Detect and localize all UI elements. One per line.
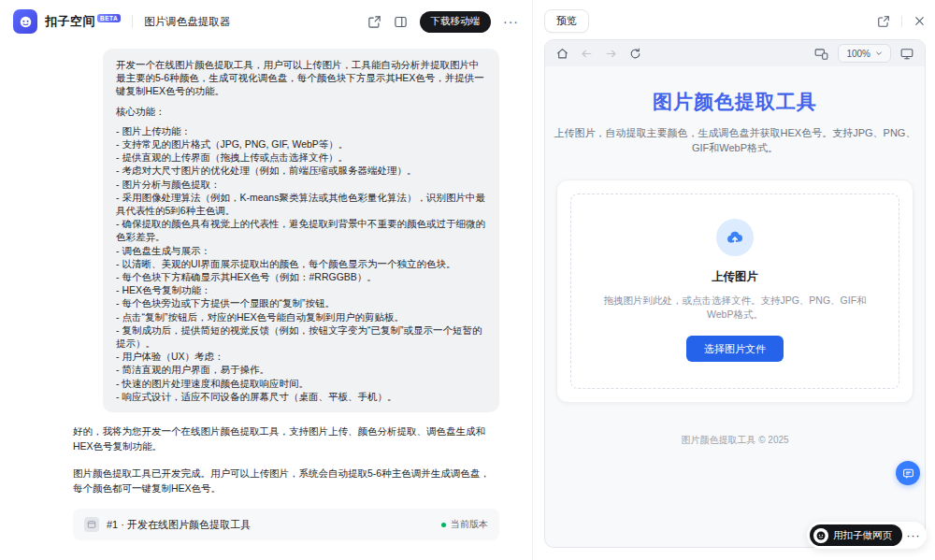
select-file-button[interactable]: 选择图片文件 — [686, 336, 784, 362]
preview-page: 图片颜色提取工具 上传图片，自动提取主要颜色，生成调色盘并获取HEX色号。支持J… — [545, 66, 925, 547]
artifact-icon — [84, 517, 99, 532]
user-message-line: - 复制成功后，提供简短的视觉反馈（例如，按钮文字变为“已复制”或显示一个短暂的… — [116, 323, 486, 350]
current-version-text: 当前版本 — [451, 518, 488, 531]
brand-text: 扣子空间 — [45, 14, 95, 28]
page-footer: 图片颜色提取工具 © 2025 — [681, 434, 788, 447]
beta-badge: BETA — [97, 14, 121, 22]
close-icon — [913, 15, 926, 27]
assistant-paragraph: 好的，我将为您开发一个在线图片颜色提取工具，支持图片上传、颜色分析提取、调色盘生… — [73, 424, 499, 453]
devices-icon — [814, 48, 828, 60]
user-message-line: - 用户体验（UX）考虑： — [116, 350, 486, 363]
refresh-icon — [629, 48, 641, 60]
share-icon — [877, 15, 890, 28]
coze-badge-wrap: 用扣子做网页 ··· — [807, 522, 927, 549]
brand-name: 扣子空间BETA — [45, 13, 121, 30]
cloud-upload-icon — [726, 228, 744, 247]
ellipsis-icon: ··· — [503, 15, 519, 28]
page-title: 图片颜色提取工具 — [653, 89, 817, 115]
badge-more-button[interactable]: ··· — [902, 529, 925, 542]
share-button[interactable] — [367, 15, 381, 29]
home-icon — [556, 48, 568, 60]
user-message-line: - 确保提取的颜色具有视觉上的代表性，避免提取到背景中不重要的颜色或过于细微的色… — [116, 217, 486, 243]
preview-panel: 预览 — [533, 0, 935, 560]
made-with-coze-button[interactable]: 用扣子做网页 — [810, 524, 902, 546]
user-message-line — [116, 98, 486, 105]
left-header: 扣子空间BETA 图片调色盘提取器 下载移动端 ··· — [0, 0, 532, 43]
doc-title: 图片调色盘提取器 — [144, 15, 230, 29]
assistant-paragraph: 图片颜色提取工具已开发完成。用户可以上传图片，系统会自动提取5-6种主色调并生成… — [73, 467, 499, 495]
refresh-button[interactable] — [629, 48, 641, 60]
preview-header: 预览 — [544, 9, 926, 33]
preview-share-button[interactable] — [877, 15, 890, 28]
user-message-line: 开发一个在线图片颜色提取工具，用户可以上传图片，工具能自动分析并提取图片中最主要… — [116, 58, 486, 98]
header-actions: 下载移动端 ··· — [367, 11, 520, 33]
upload-heading: 上传图片 — [712, 269, 758, 285]
download-mobile-button[interactable]: 下载移动端 — [420, 11, 492, 33]
user-message-lines: 开发一个在线图片颜色提取工具，用户可以上传图片，工具能自动分析并提取图片中最主要… — [116, 58, 486, 403]
user-message-bubble: 开发一个在线图片颜色提取工具，用户可以上传图片，工具能自动分析并提取图片中最主要… — [103, 49, 499, 412]
coze-logo-icon — [813, 528, 828, 543]
browser-toolbar: 100% — [545, 40, 925, 66]
user-message-line: - 每个色块旁边或下方提供一个显眼的“复制”按钮。 — [116, 296, 486, 309]
user-message-line: - 简洁直观的用户界面，易于操作。 — [116, 363, 486, 376]
user-message-line: - 支持常见的图片格式（JPG, PNG, GIF, WebP等）。 — [116, 137, 486, 151]
user-message-line: - 图片分析与颜色提取： — [116, 178, 486, 191]
app-window: 扣子空间BETA 图片调色盘提取器 下载移动端 ··· — [0, 0, 935, 560]
user-message-line — [116, 118, 486, 124]
browser-preview-frame: 100% 图片颜色提取工具 上传图片，自动提取主要颜色，生成调色盘并获取HEX色… — [544, 39, 926, 548]
upload-dropzone[interactable]: 上传图片 拖拽图片到此处，或点击选择文件。支持JPG、PNG、GIF和WebP格… — [570, 194, 899, 389]
user-message-line: - 考虑对大尺寸图片的优化处理（例如，前端压缩或服务器端处理）。 — [116, 164, 486, 177]
assistant-message: 好的，我将为您开发一个在线图片颜色提取工具，支持图片上传、颜色分析提取、调色盘生… — [73, 424, 499, 495]
arrow-right-icon — [605, 48, 617, 60]
user-message-line: - 图片上传功能： — [116, 124, 486, 137]
external-display-icon — [900, 48, 913, 60]
coze-badge-label: 用扣子做网页 — [833, 529, 892, 542]
preview-actions — [877, 15, 926, 28]
current-version-dot — [441, 523, 446, 527]
feedback-chat-button[interactable] — [896, 461, 920, 485]
responsive-mode-button[interactable] — [814, 48, 828, 60]
user-message-line: - 以清晰、美观的UI界面展示提取出的颜色，每个颜色显示为一个独立的色块。 — [116, 257, 486, 270]
arrow-left-icon — [581, 48, 593, 60]
fullscreen-button[interactable] — [900, 48, 913, 60]
share-icon — [367, 15, 381, 29]
split-panel-icon — [394, 15, 408, 29]
home-button[interactable] — [556, 48, 568, 60]
version-status: 当前版本 — [441, 518, 488, 531]
more-menu-button[interactable]: ··· — [503, 15, 519, 28]
user-message-line: - 调色盘生成与展示： — [116, 244, 486, 257]
actions-divider — [901, 16, 902, 27]
chat-panel: 扣子空间BETA 图片调色盘提取器 下载移动端 ··· — [0, 0, 533, 560]
upload-card: 上传图片 拖拽图片到此处，或点击选择文件。支持JPG、PNG、GIF和WebP格… — [556, 179, 913, 403]
code-window-icon — [87, 520, 96, 529]
coze-space-logo[interactable] — [13, 9, 37, 34]
tab-preview[interactable]: 预览 — [544, 9, 589, 33]
coze-face-icon — [18, 14, 34, 30]
close-preview-button[interactable] — [913, 15, 926, 27]
toggle-panel-button[interactable] — [394, 15, 408, 29]
back-button[interactable] — [581, 48, 593, 60]
user-message-line: - HEX色号复制功能： — [116, 283, 486, 296]
forward-button[interactable] — [605, 48, 617, 60]
user-message-line: 核心功能： — [116, 105, 486, 118]
user-message-line: - 每个色块下方精确显示其HEX色号（例如：#RRGGBB）。 — [116, 270, 486, 283]
header-divider — [132, 15, 133, 28]
chevron-down-icon — [875, 50, 883, 57]
upload-description: 拖拽图片到此处，或点击选择文件。支持JPG、PNG、GIF和WebP格式。 — [594, 294, 876, 322]
upload-icon-circle — [716, 219, 754, 256]
zoom-select[interactable]: 100% — [838, 44, 891, 63]
assistant-paragraphs: 好的，我将为您开发一个在线图片颜色提取工具，支持图片上传、颜色分析提取、调色盘生… — [73, 424, 499, 495]
user-message-line: - 响应式设计，适应不同设备的屏幕尺寸（桌面、平板、手机）。 — [116, 390, 486, 403]
user-message-line: - 采用图像处理算法（例如，K-means聚类算法或其他色彩量化算法），识别图片… — [116, 191, 486, 217]
user-message-line: - 点击“复制”按钮后，对应的HEX色号能自动复制到用户的剪贴板。 — [116, 310, 486, 323]
page-subtitle: 上传图片，自动提取主要颜色，生成调色盘并获取HEX色号。支持JPG、PNG、GI… — [554, 125, 916, 155]
zoom-level: 100% — [846, 49, 870, 59]
chat-bubble-icon — [902, 467, 914, 480]
user-message-line: - 快速的图片处理速度和颜色提取响应时间。 — [116, 377, 486, 390]
version-label: #1 · 开发在线图片颜色提取工具 — [107, 518, 251, 532]
toolbar-right: 100% — [814, 44, 913, 63]
version-card[interactable]: #1 · 开发在线图片颜色提取工具 当前版本 — [73, 509, 499, 540]
chat-scroll-area[interactable]: 开发一个在线图片颜色提取工具，用户可以上传图片，工具能自动分析并提取图片中最主要… — [0, 43, 532, 560]
user-message-line: - 提供直观的上传界面（拖拽上传或点击选择文件）。 — [116, 151, 486, 164]
coze-face-icon — [815, 530, 827, 541]
